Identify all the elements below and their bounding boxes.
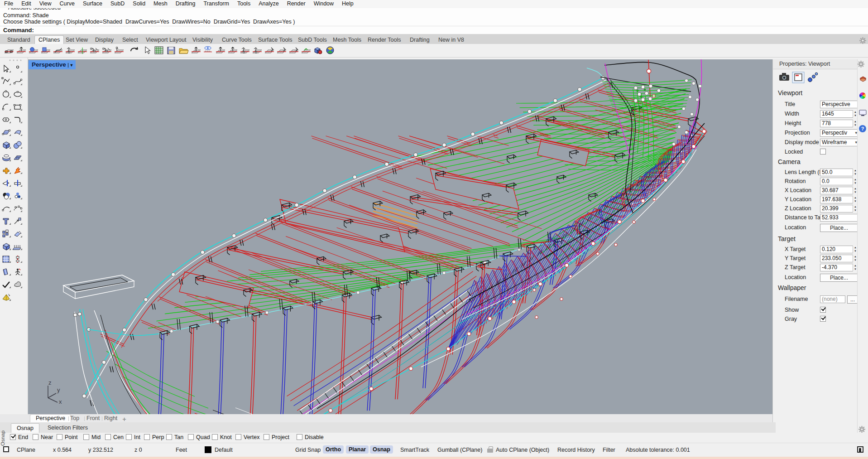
svg-text:x: x — [59, 398, 62, 405]
svg-text:?: ? — [861, 126, 864, 131]
svg-text:y: y — [57, 387, 60, 393]
svg-text:z: z — [48, 379, 52, 386]
